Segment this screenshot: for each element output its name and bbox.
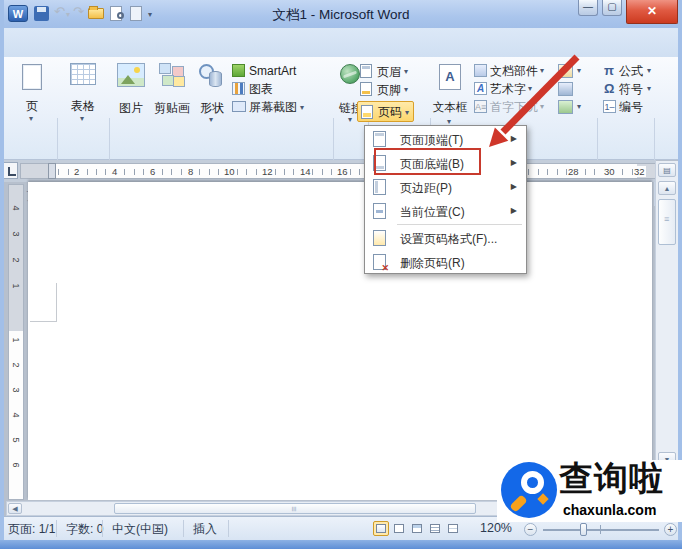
chart-icon	[232, 82, 245, 95]
screenshot-button[interactable]: 屏幕截图 ▾	[232, 99, 332, 115]
zoom-slider-track[interactable]	[543, 529, 659, 531]
menu-separator	[397, 224, 522, 225]
title-bar: 文档1 - Microsoft Word W ↶ ▾ ↷ ▾ — ▢ ✕	[0, 0, 682, 28]
quick-parts-label: 文档部件	[490, 63, 538, 79]
magnifier-handle-icon	[509, 494, 527, 512]
tab-stop-selector[interactable]	[3, 162, 18, 179]
ruler-number: 14	[299, 166, 312, 177]
picture-button-label: 图片	[112, 100, 150, 117]
ruler-number: 16	[336, 166, 349, 177]
indent-marker[interactable]	[48, 163, 56, 179]
footer-button[interactable]: 页脚 ▾	[358, 82, 414, 98]
ruler-number: 3	[11, 383, 21, 397]
ruler-number: 6	[149, 166, 156, 177]
scrollbar-thumb[interactable]	[114, 503, 476, 514]
document-page[interactable]	[28, 182, 652, 500]
maximize-button[interactable]: ▢	[602, 0, 622, 16]
scrollbar-thumb[interactable]	[658, 199, 676, 245]
smartart-button[interactable]: SmartArt	[232, 63, 332, 79]
status-language[interactable]: 中文(中国)	[112, 521, 168, 538]
menu-item-label: 删除页码(R)	[400, 255, 465, 272]
status-word-count[interactable]: 字数: 0	[66, 521, 103, 538]
picture-button[interactable]: 图片	[112, 62, 150, 120]
vertical-ruler[interactable]: 4 3 2 1 1 2 3 4 5 6	[8, 184, 24, 500]
current-position-icon	[373, 203, 386, 219]
zoom-out-button[interactable]: −	[524, 523, 537, 536]
symbol-label: 符号	[619, 81, 643, 97]
undo-button[interactable]: ↶	[54, 4, 65, 20]
undo-dropdown-icon[interactable]: ▾	[66, 11, 70, 19]
zoom-slider-thumb[interactable]	[580, 523, 587, 536]
submenu-arrow-icon: ▶	[511, 134, 517, 143]
print-layout-view-button[interactable]	[373, 521, 389, 536]
symbol-button[interactable]: Ω 符号 ▾	[602, 81, 654, 97]
numbering-button[interactable]: 1– 编号	[602, 99, 654, 115]
word-logo-icon[interactable]: W	[8, 5, 28, 22]
clipart-button[interactable]: 剪贴画	[152, 62, 192, 120]
object-button[interactable]: ▾	[558, 99, 588, 115]
footer-icon	[360, 82, 372, 96]
screenshot-label: 屏幕截图	[249, 99, 297, 115]
textbox-button[interactable]: A 文本框 ▾	[432, 62, 468, 124]
date-time-button[interactable]	[558, 81, 588, 97]
ruler-number: 2	[73, 166, 80, 177]
draft-view-button[interactable]	[445, 521, 461, 536]
qat-customize-dropdown-icon[interactable]: ▾	[148, 11, 152, 19]
textbox-button-label: 文本框	[432, 100, 468, 115]
ruler-margin-left	[21, 164, 48, 178]
open-button[interactable]	[88, 8, 104, 19]
outline-view-button[interactable]	[427, 521, 443, 536]
menu-item-format-page-numbers[interactable]: 设置页码格式(F)...	[366, 226, 525, 250]
status-insert-mode[interactable]: 插入	[193, 521, 217, 538]
zoom-slider-notch	[600, 525, 601, 534]
page-number-label: 页码	[378, 104, 402, 120]
ruler-number: 2	[11, 253, 21, 267]
horizontal-ruler[interactable]: 2 4 6 8 10 12 14 16 28 30 32 34	[20, 163, 656, 179]
menu-item-remove-page-numbers[interactable]: 删除页码(R)	[366, 250, 525, 274]
scroll-left-button[interactable]: ◀	[8, 503, 22, 514]
chevron-down-icon: ▾	[300, 104, 304, 112]
zoom-in-button[interactable]: +	[664, 523, 677, 536]
menu-item-page-margins[interactable]: 页边距(P) ▶	[366, 175, 525, 199]
chart-button[interactable]: 图表	[232, 81, 332, 97]
pages-button[interactable]: 页 ▾	[10, 62, 54, 122]
header-icon	[360, 64, 372, 78]
redo-button[interactable]: ↷	[73, 4, 84, 20]
equation-button[interactable]: π 公式 ▾	[602, 63, 654, 79]
window-border-bottom	[0, 540, 682, 549]
globe-link-icon	[340, 64, 360, 84]
ruler-number: 28	[567, 166, 580, 177]
scroll-up-button[interactable]: ▲	[658, 181, 676, 195]
wordart-label: 艺术字	[490, 81, 526, 97]
pages-button-label: 页	[10, 98, 54, 115]
page-margins-icon	[373, 179, 386, 195]
ruler-number: 6	[11, 458, 21, 472]
zoom-level[interactable]: 120%	[480, 521, 512, 535]
wordart-button[interactable]: A 艺术字 ▾	[474, 81, 554, 97]
minimize-button[interactable]: —	[578, 0, 598, 16]
magnifier-icon	[117, 12, 124, 19]
web-layout-view-button[interactable]	[409, 521, 425, 536]
shapes-button[interactable]: 形状 ▾	[194, 62, 230, 122]
page-number-button[interactable]: 页码 ▾	[357, 101, 414, 122]
quick-print-button[interactable]	[130, 6, 142, 21]
header-button[interactable]: 页眉 ▾	[358, 64, 414, 80]
quick-parts-button[interactable]: 文档部件 ▾	[474, 63, 554, 79]
smartart-icon	[232, 64, 245, 77]
status-page-count[interactable]: 页面: 1/1	[8, 521, 55, 538]
page-number-icon	[361, 105, 373, 119]
menu-item-label: 页边距(P)	[400, 180, 452, 197]
chevron-down-icon: ▾	[80, 115, 84, 123]
cylinder-shape-icon	[209, 71, 222, 87]
close-button[interactable]: ✕	[626, 0, 678, 24]
fullscreen-reading-view-button[interactable]	[391, 521, 407, 536]
ruler-toggle-button[interactable]: ▤	[658, 163, 676, 177]
draft-view-icon	[448, 524, 458, 533]
menu-item-current-position[interactable]: 当前位置(C) ▶	[366, 199, 525, 223]
table-button[interactable]: 表格 ▾	[60, 62, 106, 122]
chevron-down-icon: ▾	[404, 86, 408, 94]
ruler-number: 8	[187, 166, 194, 177]
save-button[interactable]	[34, 6, 49, 21]
signature-line-button[interactable]: ▾	[558, 63, 588, 79]
chevron-down-icon: ▾	[647, 67, 651, 75]
